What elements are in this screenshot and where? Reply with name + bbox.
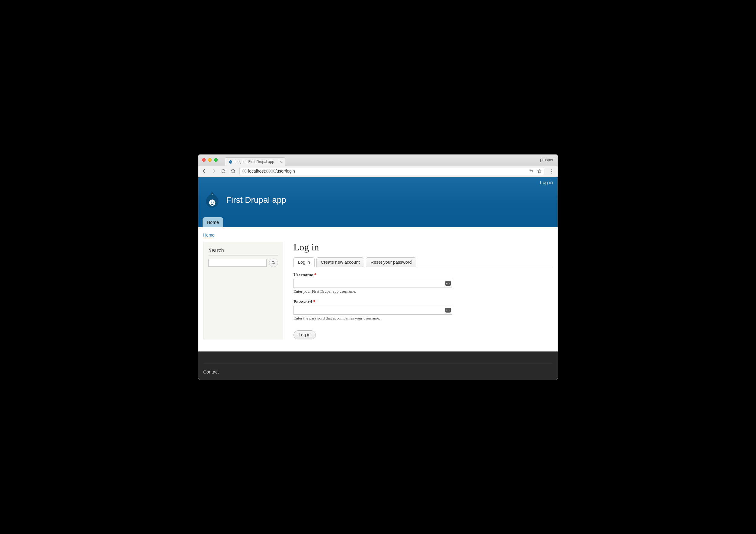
browser-tab[interactable]: Log in | First Drupal app × bbox=[225, 158, 285, 165]
save-password-icon[interactable] bbox=[529, 169, 533, 173]
tab-login[interactable]: Log in bbox=[293, 257, 314, 267]
username-label: Username * bbox=[293, 272, 452, 278]
login-link[interactable]: Log in bbox=[540, 180, 553, 185]
address-bar[interactable]: i localhost:8000/user/login bbox=[239, 167, 544, 175]
url-text: localhost:8000/user/login bbox=[248, 169, 295, 173]
search-icon bbox=[271, 261, 276, 265]
titlebar: Log in | First Drupal app × prosper bbox=[198, 154, 558, 166]
main-menu: Home bbox=[198, 217, 558, 227]
drupal-favicon-icon bbox=[228, 159, 233, 164]
maximize-window-button[interactable] bbox=[214, 158, 218, 162]
site-name[interactable]: First Drupal app bbox=[226, 195, 286, 205]
login-form: Username * ••• Enter your First Drupal a… bbox=[293, 267, 452, 340]
site-info-icon[interactable]: i bbox=[242, 169, 246, 173]
password-input[interactable] bbox=[293, 306, 452, 315]
page-title: Log in bbox=[293, 242, 553, 253]
drupal-logo-icon bbox=[204, 191, 221, 209]
chrome-profile-label[interactable]: prosper bbox=[540, 158, 554, 162]
svg-point-3 bbox=[213, 202, 214, 202]
chrome-menu-button[interactable]: ⋮ bbox=[547, 168, 555, 174]
site-header: Log in First Drupal app Hom bbox=[198, 177, 558, 227]
svg-point-2 bbox=[211, 202, 212, 202]
required-mark: * bbox=[313, 299, 315, 304]
required-mark: * bbox=[314, 272, 317, 277]
form-item-username: Username * ••• Enter your First Drupal a… bbox=[293, 272, 452, 294]
password-description: Enter the password that accompanies your… bbox=[293, 316, 452, 321]
menu-item-home[interactable]: Home bbox=[202, 217, 223, 227]
tab-create-account[interactable]: Create new account bbox=[316, 257, 364, 267]
form-item-password: Password * ••• Enter the password that a… bbox=[293, 299, 452, 321]
password-manager-icon[interactable]: ••• bbox=[445, 281, 451, 286]
password-label: Password * bbox=[293, 299, 452, 304]
tab-reset-password[interactable]: Reset your password bbox=[366, 257, 416, 267]
browser-toolbar: i localhost:8000/user/login ⋮ bbox=[198, 166, 558, 177]
reload-button[interactable] bbox=[220, 169, 227, 173]
browser-window: Log in | First Drupal app × prosper i lo… bbox=[198, 154, 558, 380]
site-footer: Contact bbox=[198, 351, 558, 380]
close-tab-icon[interactable]: × bbox=[280, 159, 282, 164]
minimize-window-button[interactable] bbox=[208, 158, 212, 162]
footer-divider bbox=[203, 364, 553, 364]
password-manager-icon[interactable]: ••• bbox=[445, 308, 451, 313]
close-window-button[interactable] bbox=[202, 158, 205, 162]
main-content: Log in Log in Create new account Reset y… bbox=[293, 242, 553, 340]
login-submit-button[interactable]: Log in bbox=[293, 330, 316, 340]
search-input[interactable] bbox=[208, 259, 267, 267]
username-input[interactable] bbox=[293, 279, 452, 288]
breadcrumb-home[interactable]: Home bbox=[203, 233, 214, 238]
page: Log in First Drupal app Hom bbox=[198, 177, 558, 380]
bookmark-star-icon[interactable] bbox=[537, 169, 542, 173]
back-button[interactable] bbox=[201, 168, 207, 174]
search-submit-button[interactable] bbox=[269, 259, 278, 267]
search-heading: Search bbox=[208, 247, 278, 256]
footer-contact-link[interactable]: Contact bbox=[203, 369, 219, 374]
branding: First Drupal app bbox=[198, 185, 558, 217]
svg-point-4 bbox=[272, 261, 274, 263]
tab-title: Log in | First Drupal app bbox=[235, 160, 274, 164]
breadcrumb: Home bbox=[203, 231, 553, 242]
window-controls bbox=[202, 158, 218, 162]
home-button[interactable] bbox=[230, 169, 236, 173]
local-tasks-tabs: Log in Create new account Reset your pas… bbox=[293, 257, 553, 267]
svg-point-1 bbox=[230, 162, 231, 163]
svg-line-5 bbox=[274, 263, 275, 264]
forward-button[interactable] bbox=[210, 168, 217, 174]
username-description: Enter your First Drupal app username. bbox=[293, 289, 452, 294]
sidebar: Search bbox=[203, 242, 283, 340]
